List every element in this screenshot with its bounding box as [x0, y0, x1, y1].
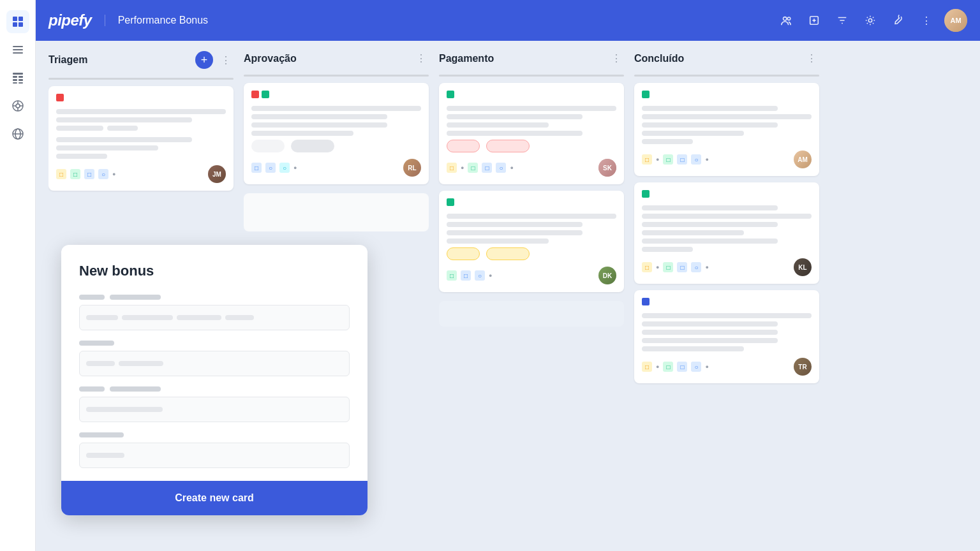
card-badge-red2 — [486, 140, 530, 152]
card-line — [642, 205, 778, 210]
column-header-aprovacao: Aprovação ⋮ — [244, 51, 429, 71]
form-label-skel — [79, 386, 105, 392]
card-line — [251, 106, 421, 111]
card-icons: □ □ □ ○ ● — [56, 169, 115, 179]
card-icon-orange: □ — [642, 262, 652, 272]
card-line — [447, 122, 549, 128]
table-row[interactable]: □ □ □ ○ ● JM — [48, 86, 234, 191]
card-icon-blue2: ○ — [691, 154, 701, 165]
card-icon-blue2: ○ — [475, 270, 485, 281]
column-divider-aprovacao — [244, 75, 429, 77]
form-input-4[interactable] — [79, 443, 350, 468]
svg-point-24 — [787, 17, 791, 20]
table-row[interactable]: □ ● □ □ ○ ● SK — [439, 83, 624, 184]
column-divider-pagamento — [439, 75, 624, 77]
card-icon-blue: □ — [677, 362, 687, 372]
card-line — [642, 222, 778, 227]
card-icon-dot: ● — [656, 156, 659, 163]
svg-point-15 — [16, 104, 20, 108]
card-icon-green: □ — [663, 262, 673, 272]
card-tag-red — [56, 94, 64, 101]
card-line — [56, 109, 226, 114]
card-line — [642, 230, 744, 235]
table-row[interactable]: □ ● □ □ ○ ● TR — [634, 290, 819, 383]
sidebar-item-grid[interactable] — [6, 10, 29, 33]
settings-icon[interactable] — [860, 10, 880, 31]
sidebar-item-list[interactable] — [6, 38, 29, 61]
table-row[interactable]: □ ○ ○ ● RL — [244, 83, 429, 184]
logo: pipefy — [48, 11, 92, 29]
create-new-card-button[interactable]: Create new card — [79, 492, 350, 504]
column-title-concluido: Concluído — [634, 53, 799, 64]
column-menu-aprovacao[interactable]: ⋮ — [413, 51, 429, 66]
card-line — [447, 131, 583, 136]
card-line — [642, 346, 744, 351]
card-icons: □ ● □ □ ○ ● — [642, 154, 709, 165]
card-footer: □ ● □ □ ○ ● TR — [642, 358, 812, 376]
user-avatar[interactable]: AM — [944, 9, 967, 32]
main-area: pipefy Performance Bonus — [36, 0, 980, 551]
form-input-3[interactable] — [79, 397, 350, 422]
svg-rect-7 — [13, 73, 23, 75]
table-row[interactable]: □ ● □ □ ○ ● KL — [634, 182, 819, 284]
card-icon-green: □ — [447, 270, 457, 281]
table-row[interactable]: □ ● □ □ ○ ● AM — [634, 83, 819, 176]
card-icon-blue: □ — [677, 154, 687, 165]
import-icon[interactable] — [804, 10, 824, 31]
form-label-row-3 — [79, 386, 350, 392]
card-badges — [447, 140, 616, 152]
table-row[interactable]: □ □ ○ ● DK — [439, 191, 624, 292]
form-input-2[interactable] — [79, 351, 350, 376]
form-input-1[interactable] — [79, 305, 350, 330]
card-line — [56, 154, 107, 159]
card-line — [56, 137, 192, 142]
sidebar-item-table[interactable] — [6, 66, 29, 89]
modal-title: New bonus — [79, 263, 350, 279]
card-tag-green — [642, 91, 650, 98]
card-badge — [291, 140, 334, 152]
new-bonus-modal: New bonus — [61, 245, 368, 515]
card-line — [447, 106, 616, 111]
card-tag-red — [251, 91, 259, 98]
card-icon-dots: ● — [489, 272, 492, 279]
card-line — [251, 131, 353, 136]
card-icon-blue2: ○ — [98, 169, 108, 179]
card-badge-yellow — [447, 247, 480, 260]
more-menu-icon[interactable]: ⋮ — [916, 10, 937, 31]
card-line — [642, 106, 778, 111]
card-line — [447, 114, 583, 119]
card-icon-dots: ● — [705, 264, 708, 270]
form-label-skel — [79, 341, 114, 346]
form-label-row-1 — [79, 295, 350, 300]
card-icon-dots: ● — [293, 165, 297, 171]
card-icon-orange: □ — [447, 163, 457, 173]
card-icon-dots: ● — [112, 171, 115, 177]
svg-rect-6 — [13, 52, 23, 54]
column-add-button-triagem[interactable]: + — [195, 51, 213, 69]
card-icon-blue: □ — [251, 163, 262, 173]
card-icons: □ ● □ □ ○ ● — [642, 362, 709, 372]
card-icon-dot: ● — [656, 364, 659, 370]
card-tag-green — [447, 91, 454, 98]
sidebar — [0, 0, 36, 551]
wrench-icon[interactable] — [888, 10, 909, 31]
card-badges — [447, 247, 616, 260]
column-divider-concluido — [634, 75, 819, 77]
card-footer: □ ○ ○ ● RL — [251, 159, 421, 177]
sidebar-item-globe[interactable] — [6, 122, 29, 145]
svg-rect-8 — [13, 76, 17, 78]
card-footer: □ □ □ ○ ● JM — [56, 165, 226, 183]
column-menu-concluido[interactable]: ⋮ — [804, 51, 819, 66]
svg-rect-9 — [19, 76, 23, 78]
column-menu-triagem[interactable]: ⋮ — [218, 53, 234, 68]
card-avatar: SK — [598, 159, 616, 177]
column-menu-pagamento[interactable]: ⋮ — [609, 51, 624, 66]
card-avatar: DK — [598, 267, 616, 284]
card-footer: □ ● □ □ ○ ● SK — [447, 159, 616, 177]
users-icon[interactable] — [776, 10, 796, 31]
card-line — [56, 117, 192, 122]
sidebar-item-automation[interactable] — [6, 94, 29, 117]
card-line — [642, 139, 693, 144]
card-line — [642, 338, 778, 343]
filter-icon[interactable] — [832, 10, 852, 31]
